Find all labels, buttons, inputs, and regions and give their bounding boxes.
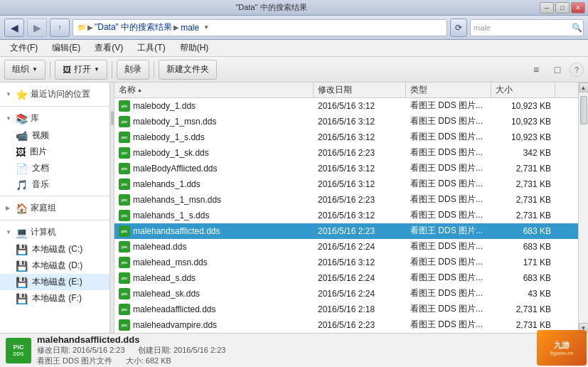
disk-d-icon: 💾 xyxy=(16,260,28,272)
file-name: malebody_1_s.dds xyxy=(133,132,205,142)
video-label: 视频 xyxy=(32,129,49,142)
table-row[interactable]: picmalehands_1_s.dds2016/5/16 3:12看图王 DD… xyxy=(114,208,578,223)
table-row[interactable]: picmaleheadafflicted.dds2016/5/16 2:18看图… xyxy=(114,302,578,317)
scroll-thumb[interactable] xyxy=(580,96,587,124)
dds-icon: pic xyxy=(119,225,130,237)
file-name: malehead_s.dds xyxy=(133,273,196,283)
table-row[interactable]: picmalebody_1_msn.dds2016/5/16 3:12看图王 D… xyxy=(114,114,578,129)
burn-button[interactable]: 刻录 xyxy=(117,60,149,80)
scroll-up-button[interactable]: ▲ xyxy=(579,83,589,92)
table-row[interactable]: picmalehead.dds2016/5/16 2:24看图王 DDS 图片.… xyxy=(114,239,578,255)
nav-item-video[interactable]: 📹 视频 xyxy=(0,127,109,144)
toolbar-sep3 xyxy=(154,61,154,78)
refresh-button[interactable]: ⟳ xyxy=(450,18,467,37)
file-type-cell: 看图王 DDS 图片... xyxy=(406,286,491,301)
nav-computer-header[interactable]: ▼ 💻 计算机 xyxy=(0,223,109,241)
col-header-size[interactable]: 大小 xyxy=(491,83,555,97)
address-breadcrumb: 📁 ▶ "Data" 中的搜索结果 ▶ male ▼ xyxy=(73,19,447,36)
right-scrollbar[interactable]: ▲ ▼ xyxy=(578,83,588,333)
file-type-cell: 看图王 DDS 图片... xyxy=(406,302,491,317)
col-header-type[interactable]: 类型 xyxy=(406,83,491,97)
menu-edit[interactable]: 编辑(E) xyxy=(45,41,87,56)
scroll-track[interactable] xyxy=(579,92,588,323)
sep1: ▶ xyxy=(87,23,93,31)
table-row[interactable]: picmalehands_1_msn.dds2016/5/16 2:23看图王 … xyxy=(114,192,578,208)
table-row[interactable]: picmalehands_1.dds2016/5/16 3:12看图王 DDS … xyxy=(114,176,578,192)
nav-item-music[interactable]: 🎵 音乐 xyxy=(0,176,109,193)
organize-button[interactable]: 组织 ▼ xyxy=(4,60,46,80)
file-date-cell: 2016/5/16 3:12 xyxy=(314,162,406,175)
table-row[interactable]: picmalebody_1_s.dds2016/5/16 3:12看图王 DDS… xyxy=(114,129,578,145)
view-toggle-button[interactable]: ≡ xyxy=(527,60,545,79)
file-name-cell: picmalehandsafflicted.dds xyxy=(114,224,314,238)
file-size-cell: 10,923 KB xyxy=(491,100,555,112)
nav-item-disk-c[interactable]: 💾 本地磁盘 (C:) xyxy=(0,241,109,257)
table-row[interactable]: picmalehead_s.dds2016/5/16 2:24看图王 DDS 图… xyxy=(114,270,578,286)
file-name-cell: picmalebody_1.dds xyxy=(114,99,314,113)
new-folder-button[interactable]: 新建文件夹 xyxy=(159,60,217,80)
nav-item-document[interactable]: 📄 文档 xyxy=(0,160,109,176)
table-row[interactable]: picmalebody_1_sk.dds2016/5/16 2:23看图王 DD… xyxy=(114,145,578,161)
table-row[interactable]: picmaleheadvampire.dds2016/5/16 2:23看图王 … xyxy=(114,317,578,333)
table-row[interactable]: picmalehead_sk.dds2016/5/16 2:24看图王 DDS … xyxy=(114,286,578,302)
search-icon[interactable]: 🔍 xyxy=(572,21,582,34)
computer-icon: 💻 xyxy=(16,227,28,238)
up-button[interactable]: ↑ xyxy=(50,18,70,37)
close-button[interactable]: ✕ xyxy=(571,2,585,14)
preview-button[interactable]: □ xyxy=(548,60,567,79)
minimize-button[interactable]: ─ xyxy=(540,2,554,14)
breadcrumb-male[interactable]: male xyxy=(181,23,199,33)
window-controls: ─ □ ✕ xyxy=(540,2,585,14)
nav-recent-header[interactable]: ▼ ⭐ 最近访问的位置 xyxy=(0,85,109,103)
disk-e-icon: 💾 xyxy=(16,277,28,288)
recent-icon: ⭐ xyxy=(16,89,28,100)
maximize-button[interactable]: □ xyxy=(555,2,570,14)
dds-icon: pic xyxy=(119,288,130,299)
nav-section-computer: ▼ 💻 计算机 💾 本地磁盘 (C:) 💾 本地磁盘 (D:) 💾 本地磁盘 (… xyxy=(0,223,109,307)
col-size-label: 大小 xyxy=(496,84,513,96)
forward-button[interactable]: ▶ xyxy=(27,18,47,37)
file-name-cell: picmalebody_1_msn.dds xyxy=(114,115,314,129)
col-header-date[interactable]: 修改日期 xyxy=(314,83,406,97)
col-header-name[interactable]: 名称 ▲ xyxy=(114,83,314,97)
toolbar-sep1 xyxy=(50,61,50,78)
nav-section-library: ▼ 📚 库 📹 视频 🖼 图片 📄 文档 🎵 音乐 xyxy=(0,110,109,193)
col-name-label: 名称 xyxy=(119,84,136,96)
table-row[interactable]: picmalehead_msn.dds2016/5/16 3:12看图王 DDS… xyxy=(114,255,578,270)
table-row[interactable]: picmaleBodyAfflicted.dds2016/5/16 3:12看图… xyxy=(114,161,578,176)
nav-homegroup-header[interactable]: ▶ 🏠 家庭组 xyxy=(0,199,109,217)
file-name-cell: picmalehands_1_msn.dds xyxy=(114,193,314,207)
back-button[interactable]: ◀ xyxy=(4,18,24,37)
status-meta1: 修改日期: 2016/5/16 2:23 创建日期: 2016/5/16 2:2… xyxy=(37,345,582,356)
sep2: ▶ xyxy=(173,23,179,31)
help-button[interactable]: ? xyxy=(570,63,584,77)
document-label: 文档 xyxy=(32,162,49,174)
nav-item-picture[interactable]: 🖼 图片 xyxy=(0,144,109,160)
file-date-cell: 2016/5/16 2:24 xyxy=(314,287,406,300)
nav-library-header[interactable]: ▼ 📚 库 xyxy=(0,110,109,127)
menu-tools[interactable]: 工具(T) xyxy=(130,41,172,56)
file-date-cell: 2016/5/16 2:18 xyxy=(314,303,406,316)
disk-f-icon: 💾 xyxy=(16,293,28,304)
nav-item-disk-e[interactable]: 💾 本地磁盘 (E:) xyxy=(0,274,109,290)
breadcrumb-data[interactable]: "Data" 中的搜索结果 xyxy=(95,21,172,33)
nav-item-disk-d[interactable]: 💾 本地磁盘 (D:) xyxy=(0,257,109,274)
breadcrumb-dropdown[interactable]: ▼ xyxy=(201,20,212,36)
menu-help[interactable]: 帮助(H) xyxy=(173,41,216,56)
file-date-cell: 2016/5/16 2:23 xyxy=(314,225,406,238)
homegroup-icon: 🏠 xyxy=(16,203,28,214)
main-area: ▼ ⭐ 最近访问的位置 ▼ 📚 库 📹 视频 🖼 图片 📄 文档 xyxy=(0,83,588,333)
file-name: maleheadafflicted.dds xyxy=(133,304,216,314)
table-row[interactable]: picmalehandsafflicted.dds2016/5/16 2:23看… xyxy=(114,223,578,239)
open-button[interactable]: 🖼 打开 ▼ xyxy=(55,60,107,80)
nav-item-disk-f[interactable]: 💾 本地磁盘 (F:) xyxy=(0,290,109,307)
menu-view[interactable]: 查看(V) xyxy=(87,41,130,56)
file-date-cell: 2016/5/16 3:12 xyxy=(314,100,406,112)
dds-icon: pic xyxy=(119,210,130,221)
search-input[interactable] xyxy=(474,23,572,32)
homegroup-expand-icon: ▶ xyxy=(6,205,13,211)
table-row[interactable]: picmalebody_1.dds2016/5/16 3:12看图王 DDS 图… xyxy=(114,98,578,114)
burn-label: 刻录 xyxy=(124,63,141,75)
menu-file[interactable]: 文件(F) xyxy=(3,41,45,56)
file-name: maleBodyAfflicted.dds xyxy=(133,164,218,174)
